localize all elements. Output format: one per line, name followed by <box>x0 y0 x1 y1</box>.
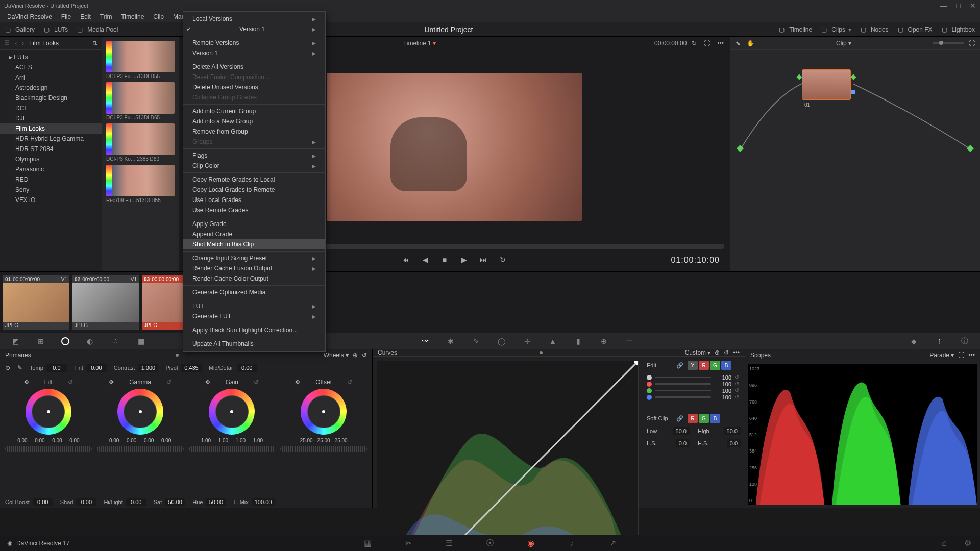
tracking-icon[interactable]: ✛ <box>522 336 532 346</box>
fairlight-page-icon[interactable]: ♪ <box>567 538 577 548</box>
timecode-small[interactable]: 00:00:00:00 <box>654 40 687 47</box>
intensity-slider[interactable]: 100↺ <box>647 381 741 387</box>
ctx-copy-remote-grades-to-local[interactable]: Copy Remote Grades to Local <box>183 174 325 185</box>
sc-channel-b[interactable]: B <box>710 414 720 423</box>
channel-g[interactable]: G <box>710 361 720 370</box>
color-wheel[interactable] <box>26 389 71 435</box>
curve-graph[interactable] <box>377 361 639 551</box>
picker-icon[interactable]: ⊙ <box>5 364 10 371</box>
field-middetail[interactable]: Mid/Detail0.00 <box>209 364 257 372</box>
key-icon[interactable]: ⊕ <box>599 336 609 346</box>
ctx-remove-from-group[interactable]: Remove from Group <box>183 127 325 137</box>
media-page-icon[interactable]: ▦ <box>362 538 373 548</box>
hdr-icon[interactable]: ◐ <box>85 336 95 346</box>
reset-icon[interactable]: ↺ <box>166 379 172 386</box>
low-value[interactable]: 50.0 <box>673 427 690 435</box>
ctx-flags[interactable]: Flags▶ <box>183 151 325 161</box>
intensity-slider[interactable]: 100↺ <box>647 374 741 381</box>
lut-folder[interactable]: Olympus <box>0 154 102 164</box>
menu-davinci-resolve[interactable]: DaVinci Resolve <box>3 12 56 21</box>
color-wheel[interactable] <box>117 389 163 435</box>
ctx-version-1[interactable]: Version 1▶ <box>183 48 325 58</box>
ctx-remote-versions[interactable]: Remote Versions▶ <box>183 38 325 48</box>
scopes-toggle-icon[interactable]: ⫿ <box>934 336 944 346</box>
minimize-icon[interactable]: — <box>940 2 947 10</box>
ctx-clip-color[interactable]: Clip Color▶ <box>183 161 325 171</box>
expand-icon[interactable]: ⛶ <box>704 40 710 47</box>
ctx-render-cache-color-output[interactable]: Render Cache Color Output <box>183 273 325 284</box>
ctx-use-remote-grades[interactable]: Use Remote Grades <box>183 205 325 215</box>
openfx-button[interactable]: ▢Open FX <box>898 26 933 33</box>
ctx-version-1[interactable]: ✓Version 1▶ <box>183 24 325 34</box>
options-icon[interactable]: ••• <box>733 349 740 356</box>
ctx-shot-match-to-this-clip[interactable]: Shot Match to this Clip <box>183 239 325 249</box>
cut-page-icon[interactable]: ✂ <box>403 538 413 548</box>
expand-icon[interactable]: ⛶ <box>958 352 964 359</box>
menu-file[interactable]: File <box>57 12 75 21</box>
deliver-page-icon[interactable]: ↗ <box>607 538 618 548</box>
awb-icon[interactable]: ✎ <box>17 364 22 371</box>
primaries-wheels-icon[interactable] <box>61 337 69 345</box>
picker-icon[interactable]: ✥ <box>109 379 114 386</box>
panel-menu-icon[interactable]: ☰ <box>4 40 10 47</box>
channel-r[interactable]: R <box>699 361 709 370</box>
menu-timeline[interactable]: Timeline <box>117 12 148 21</box>
jog-wheel[interactable] <box>189 446 276 452</box>
channel-b[interactable]: B <box>721 361 731 370</box>
field-tint[interactable]: Tint0.00 <box>74 364 107 372</box>
reset-icon[interactable]: ↺ <box>68 379 73 386</box>
color-page-icon[interactable]: ◉ <box>526 538 536 548</box>
lut-folder[interactable]: HDR Hybrid Log-Gamma <box>0 134 102 144</box>
lut-folder[interactable]: RED <box>0 174 102 185</box>
field-pivot[interactable]: Pivot0.435 <box>165 364 201 372</box>
field-temp[interactable]: Temp0.0 <box>30 364 67 372</box>
ctx-change-input-sizing-preset[interactable]: Change Input Sizing Preset▶ <box>183 253 325 263</box>
curves-mode[interactable]: Custom ▾ <box>685 349 711 356</box>
lut-thumb[interactable]: DCI-P3 Ko… 2383 D60 <box>106 123 175 162</box>
prev-clip-icon[interactable]: ⏮ <box>401 256 410 265</box>
color-wheel[interactable] <box>209 389 255 435</box>
scopes-mode[interactable]: Parade ▾ <box>929 352 954 359</box>
field-hilight[interactable]: Hi/Light0.00 <box>104 498 146 506</box>
link-icon[interactable]: 🔗 <box>676 362 683 369</box>
ctx-apply-grade[interactable]: Apply Grade <box>183 219 325 229</box>
field-shad[interactable]: Shad0.00 <box>60 498 97 506</box>
lut-folder[interactable]: Panasonic <box>0 164 102 174</box>
ctx-apply-black-sun-highlight-correction[interactable]: Apply Black Sun Highlight Correction... <box>183 325 325 335</box>
ctx-generate-optimized-media[interactable]: Generate Optimized Media <box>183 287 325 297</box>
close-icon[interactable]: ✕ <box>970 2 976 10</box>
lut-thumb[interactable]: DCI-P3 Fu…513DI D55 <box>106 41 175 79</box>
loop-icon[interactable]: ↻ <box>692 40 697 47</box>
gallery-button[interactable]: ▢Gallery <box>5 26 35 33</box>
reset-icon[interactable]: ↺ <box>254 379 259 386</box>
step-back-icon[interactable]: ◀ <box>421 256 430 265</box>
maximize-icon[interactable]: □ <box>957 2 961 10</box>
intensity-slider[interactable]: 100↺ <box>647 394 741 400</box>
curves-palette-icon[interactable]: 〰 <box>420 336 430 346</box>
lut-folder[interactable]: Arri <box>0 72 102 83</box>
jog-wheel[interactable] <box>280 446 367 452</box>
expand-icon[interactable]: ⊕ <box>715 349 720 356</box>
window-icon[interactable]: ◯ <box>497 336 507 346</box>
keyframe-icon[interactable]: ◆ <box>909 336 919 346</box>
camera-raw-icon[interactable]: ◩ <box>10 336 20 346</box>
menu-edit[interactable]: Edit <box>76 12 95 21</box>
ctx-delete-unused-versions[interactable]: Delete Unused Versions <box>183 82 325 92</box>
color-wheel[interactable] <box>301 389 347 435</box>
high-value[interactable]: 50.0 <box>724 427 741 435</box>
back-icon[interactable]: ‹ <box>15 40 17 47</box>
channel-y[interactable]: Y <box>688 361 698 370</box>
lut-folder[interactable]: HDR ST 2084 <box>0 144 102 154</box>
color-match-icon[interactable]: ⊞ <box>36 336 46 346</box>
ctx-lut[interactable]: LUT▶ <box>183 301 325 311</box>
ctx-add-into-current-group[interactable]: Add into Current Group <box>183 106 325 116</box>
ctx-render-cache-fusion-output[interactable]: Render Cache Fusion Output▶ <box>183 263 325 273</box>
ctx-use-local-grades[interactable]: Use Local Grades <box>183 195 325 205</box>
options-icon[interactable]: ••• <box>717 40 724 47</box>
rgb-mixer-icon[interactable]: ∴ <box>110 336 120 346</box>
intensity-slider[interactable]: 100↺ <box>647 387 741 394</box>
ctx-append-grade[interactable]: Append Grade <box>183 229 325 239</box>
field-colboost[interactable]: Col Boost0.00 <box>5 498 53 506</box>
lut-thumb[interactable]: DCI-P3 Fu…513DI D65 <box>106 82 175 120</box>
reset-icon[interactable]: ↺ <box>362 352 367 359</box>
